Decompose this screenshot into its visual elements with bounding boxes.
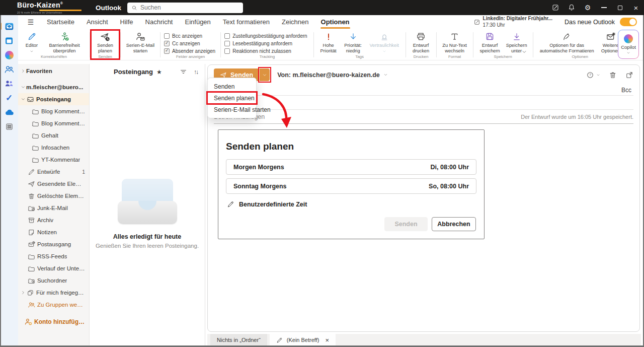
printer-icon <box>416 32 426 41</box>
filter-icon[interactable] <box>180 68 187 76</box>
rail-todo-button[interactable]: ✓ <box>3 92 16 105</box>
editor-button[interactable]: Editor <box>22 30 42 53</box>
folder-infosachen[interactable]: Infosachen <box>18 142 89 154</box>
folder-rss[interactable]: RSS-Feeds <box>18 250 89 262</box>
rail-people-button[interactable] <box>3 63 16 76</box>
folder-blog-kommentar-2[interactable]: Blog Kommentar ... <box>18 117 89 129</box>
reminder-toast[interactable]: LinkedIn: Digitaler Frühjahr... 17:30 Uh… <box>473 16 552 28</box>
folder-notizen[interactable]: Notizen <box>18 226 89 238</box>
folder-archiv[interactable]: Archiv <box>18 214 89 226</box>
low-priority-button[interactable]: Priorität: niedrig <box>341 30 366 53</box>
send-options-dropdown-button[interactable] <box>259 68 270 81</box>
reaktionen-checkbox[interactable]: Reaktionen nicht zulassen <box>224 48 307 54</box>
tab-optionen[interactable]: Optionen <box>320 17 350 27</box>
switch-to-groups-link[interactable]: Zu Gruppen wechs... <box>18 299 89 311</box>
dialog-cancel-button[interactable]: Abbrechen <box>432 217 476 231</box>
tab-hilfe[interactable]: Hilfe <box>120 17 134 27</box>
dialog-option-morgen[interactable]: Morgen Morgens Di, 08:00 Uhr <box>226 159 476 175</box>
folder-verlauf[interactable]: Verlauf der Unterh... <box>18 262 89 274</box>
mail-merge-button[interactable]: Serien-E-Mail starten <box>124 30 156 53</box>
folder-status-tab[interactable]: Nichts in „Ordner“ <box>210 334 267 346</box>
checkbox-icon <box>224 33 230 39</box>
favorites-section[interactable]: Favoriten <box>18 65 89 77</box>
empty-inbox-title: Alles erledigt für heute <box>90 233 205 240</box>
new-outlook-toggle[interactable] <box>620 18 637 26</box>
rail-onedrive-button[interactable] <box>3 106 16 119</box>
discard-trash-icon[interactable] <box>609 71 617 79</box>
chevron-down-icon <box>521 49 527 55</box>
cc-field[interactable] <box>214 96 633 110</box>
folder-icon <box>32 120 39 127</box>
tab-ansicht[interactable]: Ansicht <box>86 17 109 27</box>
folder-icon <box>32 144 39 152</box>
to-field[interactable]: Bcc <box>214 85 633 96</box>
add-account-button[interactable]: Konto hinzufügen <box>18 316 89 328</box>
folder-gehalt[interactable]: Gehalt <box>18 129 89 142</box>
tab-text-formatieren[interactable]: Text formatieren <box>222 17 270 27</box>
from-selector[interactable]: Von: m.fleischer@buero-kaizen.de <box>277 72 388 79</box>
menu-item-serien-email[interactable]: Serien-E-Mail starten <box>208 104 256 115</box>
menu-item-senden-planen[interactable]: Senden planen <box>208 92 256 104</box>
print-draft-button[interactable]: Entwurf drucken <box>410 30 433 53</box>
folder-blog-kommentar-1[interactable]: Blog Kommentar ... <box>18 105 89 117</box>
notifications-button[interactable] <box>564 0 580 15</box>
reminder-time: 17:30 Uhr <box>483 22 552 29</box>
autoformat-pen-icon <box>562 32 572 41</box>
high-priority-button[interactable]: Hohe Priorität <box>317 30 340 53</box>
empty-inbox-state: Alles erledigt für heute Genießen Sie Ih… <box>90 179 205 249</box>
zustellungsbestaetigung-checkbox[interactable]: Zustellungsbestätigung anfordern <box>224 33 307 39</box>
custom-time-button[interactable]: Benutzerdefinierte Zeit <box>227 200 484 208</box>
open-draft-tab[interactable]: (Kein Betreff) × <box>270 334 336 346</box>
subject-field[interactable]: Betreff hinzufügen Der Entwurf wurde um … <box>214 110 633 124</box>
rail-mail-button[interactable] <box>3 20 16 33</box>
tab-nachricht[interactable]: Nachricht <box>145 17 174 27</box>
collapse-ribbon-button[interactable] <box>521 48 527 57</box>
dialog-send-button[interactable]: Senden <box>384 217 428 231</box>
account-section[interactable]: m.fleischer@buero... <box>18 81 89 93</box>
folder-junk[interactable]: Junk-E-Mail <box>18 202 89 214</box>
plain-text-button[interactable]: Zu Nur-Text wechseln <box>440 30 469 53</box>
cc-anzeigen-checkbox[interactable]: Cc anzeigen <box>164 41 215 46</box>
close-draft-icon[interactable]: × <box>325 336 329 344</box>
folder-posteingang[interactable]: Posteingang <box>18 93 89 105</box>
accessibility-check-button[interactable]: Barrierefreiheit überprüfen <box>43 30 86 53</box>
search-input[interactable] <box>140 4 239 11</box>
rail-calendar-button[interactable] <box>3 34 16 47</box>
hamburger-menu-button[interactable]: ☰ <box>22 18 39 26</box>
open-in-new-window-icon[interactable] <box>625 71 633 79</box>
absender-anzeigen-checkbox[interactable]: Absender anzeigen <box>164 48 215 54</box>
rail-groups-button[interactable] <box>3 77 16 90</box>
lesebestaetigung-checkbox[interactable]: Lesebestätigung anfordern <box>224 41 307 46</box>
settings-button[interactable]: ⚙ <box>580 0 596 15</box>
bcc-toggle[interactable]: Bcc <box>621 87 633 94</box>
folder-entwuerfe[interactable]: Entwürfe 1 <box>18 166 89 178</box>
quick-note-button[interactable] <box>547 0 564 15</box>
tab-startseite[interactable]: Startseite <box>46 17 75 27</box>
folder-postausgang[interactable]: Postausgang <box>18 238 89 250</box>
maximize-icon <box>618 6 622 10</box>
close-button[interactable]: × <box>628 0 644 15</box>
dialog-option-sonntag[interactable]: Sonntag Morgens So, 08:00 Uhr <box>226 178 476 194</box>
schedule-send-button[interactable]: Senden planen <box>94 30 117 53</box>
search-bar[interactable] <box>127 3 243 13</box>
tab-einfuegen[interactable]: Einfügen <box>185 17 211 27</box>
rail-copilot-button[interactable] <box>3 48 16 61</box>
inbox-icon <box>27 96 34 103</box>
copilot-button[interactable]: Copilot <box>618 30 639 59</box>
folder-suchordner[interactable]: Suchordner <box>18 274 89 287</box>
maximize-button[interactable] <box>612 0 628 15</box>
sensitivity-menu-button[interactable] <box>586 71 600 79</box>
envelope-gear-icon <box>606 32 616 42</box>
tab-zeichnen[interactable]: Zeichnen <box>281 17 309 27</box>
menu-item-senden[interactable]: Senden <box>208 81 256 92</box>
bcc-anzeigen-checkbox[interactable]: Bcc anzeigen <box>164 33 215 39</box>
save-draft-button[interactable]: Entwurf speichern <box>477 30 503 53</box>
sort-icon[interactable]: ↑↓ <box>194 68 198 76</box>
rail-more-apps-button[interactable] <box>3 120 16 133</box>
autoformat-options-button[interactable]: Optionen für das automatische Formatiere… <box>537 30 597 53</box>
minimize-button[interactable] <box>596 0 612 15</box>
folder-yt-kommentar[interactable]: YT-Kommentar <box>18 154 89 166</box>
folder-shared-with-me[interactable]: Für mich freigegeb... <box>18 287 89 299</box>
folder-gesendete[interactable]: Gesendete Elemente <box>18 178 89 190</box>
folder-geloeschte[interactable]: Gelöschte Elemente <box>18 190 89 202</box>
